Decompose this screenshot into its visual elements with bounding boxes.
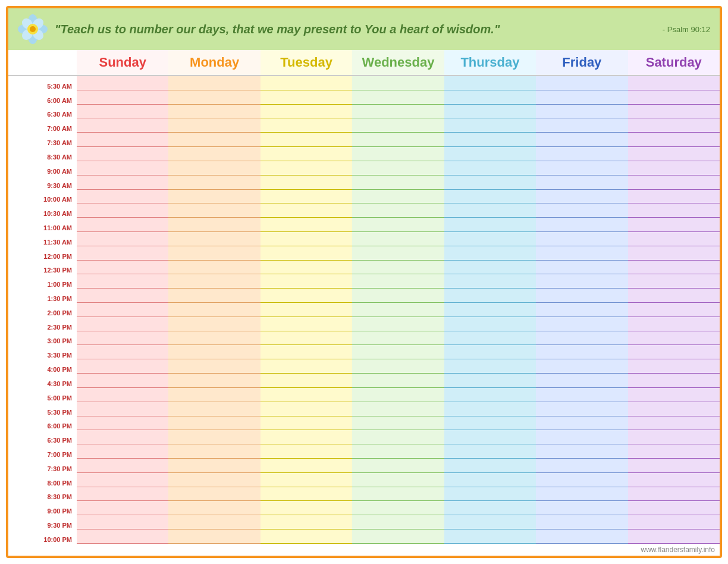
time-cell-monday[interactable] (168, 203, 260, 218)
time-cell-tuesday[interactable] (261, 161, 352, 176)
time-cell-wednesday[interactable] (352, 402, 444, 416)
time-cell-wednesday[interactable] (352, 416, 444, 431)
time-cell-tuesday[interactable] (261, 261, 352, 275)
time-cell-sunday[interactable] (77, 176, 168, 190)
time-cell-saturday[interactable] (628, 118, 720, 133)
time-cell-friday[interactable] (536, 218, 627, 232)
time-cell-saturday[interactable] (628, 430, 720, 444)
time-cell-wednesday[interactable] (352, 232, 444, 246)
time-cell-sunday[interactable] (77, 345, 168, 359)
time-cell-wednesday[interactable] (352, 289, 444, 303)
time-cell-sunday[interactable] (77, 303, 168, 317)
time-cell-sunday[interactable] (77, 261, 168, 275)
time-cell-saturday[interactable] (628, 459, 720, 473)
time-cell-saturday[interactable] (628, 416, 720, 431)
time-cell-monday[interactable] (168, 218, 260, 232)
time-cell-friday[interactable] (536, 331, 627, 346)
time-cell-thursday[interactable] (444, 388, 536, 402)
time-cell-saturday[interactable] (628, 232, 720, 246)
time-cell-wednesday[interactable] (352, 105, 444, 119)
time-cell-friday[interactable] (536, 402, 627, 416)
time-cell-wednesday[interactable] (352, 90, 444, 105)
time-cell-friday[interactable] (536, 303, 627, 317)
time-cell-friday[interactable] (536, 487, 627, 502)
time-cell-friday[interactable] (536, 388, 627, 402)
time-cell-friday[interactable] (536, 118, 627, 133)
time-cell-tuesday[interactable] (261, 289, 352, 303)
time-cell-thursday[interactable] (444, 161, 536, 176)
time-cell-sunday[interactable] (77, 289, 168, 303)
time-cell-monday[interactable] (168, 416, 260, 431)
time-cell-wednesday[interactable] (352, 515, 444, 529)
time-cell-sunday[interactable] (77, 459, 168, 473)
time-cell-monday[interactable] (168, 161, 260, 176)
time-cell-monday[interactable] (168, 274, 260, 289)
time-cell-monday[interactable] (168, 105, 260, 119)
time-cell-thursday[interactable] (444, 118, 536, 133)
time-cell-thursday[interactable] (444, 345, 536, 359)
time-cell-wednesday[interactable] (352, 529, 444, 544)
time-cell-tuesday[interactable] (261, 246, 352, 261)
time-cell-wednesday[interactable] (352, 501, 444, 515)
time-cell-friday[interactable] (536, 430, 627, 444)
time-cell-monday[interactable] (168, 402, 260, 416)
time-cell-saturday[interactable] (628, 161, 720, 176)
time-cell-monday[interactable] (168, 261, 260, 275)
time-cell-wednesday[interactable] (352, 218, 444, 232)
time-cell-monday[interactable] (168, 331, 260, 346)
time-cell-thursday[interactable] (444, 90, 536, 105)
time-cell-saturday[interactable] (628, 501, 720, 515)
time-cell-monday[interactable] (168, 190, 260, 204)
time-cell-wednesday[interactable] (352, 176, 444, 190)
time-cell-wednesday[interactable] (352, 487, 444, 502)
time-cell-thursday[interactable] (444, 76, 536, 90)
time-cell-sunday[interactable] (77, 501, 168, 515)
time-cell-wednesday[interactable] (352, 359, 444, 374)
time-cell-friday[interactable] (536, 105, 627, 119)
time-cell-tuesday[interactable] (261, 118, 352, 133)
time-cell-thursday[interactable] (444, 459, 536, 473)
time-cell-friday[interactable] (536, 374, 627, 388)
time-cell-wednesday[interactable] (352, 161, 444, 176)
time-cell-thursday[interactable] (444, 402, 536, 416)
time-cell-monday[interactable] (168, 147, 260, 161)
time-cell-friday[interactable] (536, 133, 627, 147)
time-cell-monday[interactable] (168, 345, 260, 359)
time-cell-sunday[interactable] (77, 232, 168, 246)
time-cell-saturday[interactable] (628, 176, 720, 190)
time-cell-saturday[interactable] (628, 105, 720, 119)
time-cell-friday[interactable] (536, 232, 627, 246)
time-cell-tuesday[interactable] (261, 190, 352, 204)
time-cell-sunday[interactable] (77, 147, 168, 161)
time-cell-tuesday[interactable] (261, 359, 352, 374)
time-cell-tuesday[interactable] (261, 331, 352, 346)
time-cell-tuesday[interactable] (261, 303, 352, 317)
time-cell-tuesday[interactable] (261, 232, 352, 246)
time-cell-sunday[interactable] (77, 274, 168, 289)
time-cell-wednesday[interactable] (352, 444, 444, 459)
time-cell-tuesday[interactable] (261, 147, 352, 161)
time-cell-sunday[interactable] (77, 90, 168, 105)
time-cell-saturday[interactable] (628, 261, 720, 275)
time-cell-thursday[interactable] (444, 246, 536, 261)
time-cell-monday[interactable] (168, 289, 260, 303)
time-cell-wednesday[interactable] (352, 246, 444, 261)
time-cell-tuesday[interactable] (261, 459, 352, 473)
time-cell-friday[interactable] (536, 274, 627, 289)
time-cell-monday[interactable] (168, 303, 260, 317)
time-cell-friday[interactable] (536, 76, 627, 90)
time-cell-thursday[interactable] (444, 190, 536, 204)
time-cell-sunday[interactable] (77, 76, 168, 90)
time-cell-monday[interactable] (168, 501, 260, 515)
time-cell-sunday[interactable] (77, 515, 168, 529)
time-cell-friday[interactable] (536, 473, 627, 487)
time-cell-saturday[interactable] (628, 303, 720, 317)
time-cell-tuesday[interactable] (261, 105, 352, 119)
time-cell-wednesday[interactable] (352, 76, 444, 90)
time-cell-sunday[interactable] (77, 331, 168, 346)
time-cell-tuesday[interactable] (261, 133, 352, 147)
time-cell-friday[interactable] (536, 176, 627, 190)
time-cell-tuesday[interactable] (261, 416, 352, 431)
time-cell-tuesday[interactable] (261, 529, 352, 544)
time-cell-thursday[interactable] (444, 529, 536, 544)
